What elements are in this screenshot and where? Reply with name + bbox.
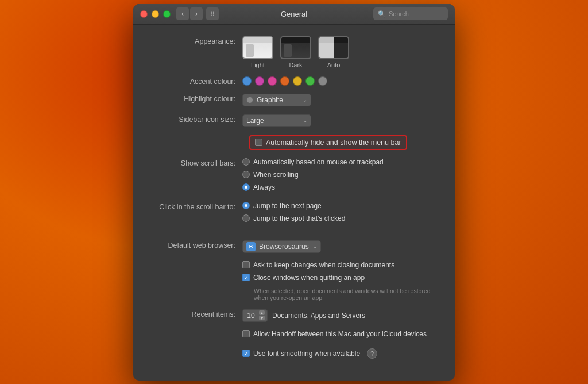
light-thumb xyxy=(242,36,273,59)
accent-red[interactable] xyxy=(268,76,277,86)
handoff-label: Allow Handoff between this Mac and your … xyxy=(253,330,427,338)
close-windows-label: Close windows when quitting an app xyxy=(253,274,365,282)
appearance-light[interactable]: Light xyxy=(242,36,273,68)
accent-green[interactable] xyxy=(305,76,315,86)
click-scroll-row: Click in the scroll bar to: Jump to the … xyxy=(150,202,438,225)
handoff-controls: Allow Handoff between this Mac and your … xyxy=(242,330,427,340)
keep-changes-label: Ask to keep changes when closing documen… xyxy=(253,261,394,269)
stepper-arrows: ▲ ▼ xyxy=(259,310,265,320)
stepper-down[interactable]: ▼ xyxy=(259,316,265,320)
window-title: General xyxy=(281,10,307,18)
close-windows-checkbox[interactable] xyxy=(242,274,250,281)
appearance-dark[interactable]: Dark xyxy=(280,36,311,68)
accent-pink[interactable] xyxy=(255,76,264,86)
accent-label: Accent colour: xyxy=(150,76,242,86)
browser-dropdown[interactable]: B Browserosaurus ⌄ xyxy=(242,240,321,253)
close-button[interactable] xyxy=(140,10,148,18)
highlight-dropdown[interactable]: Graphite ⌄ xyxy=(242,94,311,106)
recent-items-suffix: Documents, Apps and Servers xyxy=(272,312,365,320)
appearance-auto[interactable]: Auto xyxy=(318,36,349,68)
click-spot-label: Jump to the spot that's clicked xyxy=(253,214,345,222)
preferences-window: ‹ › ⠿ General 🔍 Search Appearance: Light xyxy=(133,4,455,381)
scroll-always-label: Always xyxy=(253,183,275,191)
close-windows-helper: When selected, open documents and window… xyxy=(242,287,431,301)
auto-thumb xyxy=(318,36,349,59)
font-smoothing-row: Use font smoothing when available ? xyxy=(150,348,438,361)
click-scroll-controls: Jump to the next page Jump to the spot t… xyxy=(242,202,345,225)
browser-value: Browserosaurus xyxy=(259,243,309,251)
accent-blue[interactable] xyxy=(242,76,252,86)
font-smoothing-label: Use font smoothing when available xyxy=(253,350,360,358)
minimize-button[interactable] xyxy=(152,10,159,18)
recent-items-stepper[interactable]: 10 ▲ ▼ xyxy=(242,309,268,322)
click-scroll-label: Click in the scroll bar to: xyxy=(150,202,242,211)
click-next-radio[interactable] xyxy=(242,202,250,209)
handoff-checkbox[interactable] xyxy=(242,330,250,337)
highlight-value: Graphite xyxy=(257,96,283,104)
misc-checkboxes-row: Ask to keep changes when closing documen… xyxy=(150,261,438,301)
stepper-up[interactable]: ▲ xyxy=(259,310,265,315)
font-smoothing-option[interactable]: Use font smoothing when available ? xyxy=(242,348,377,359)
scroll-auto-radio[interactable] xyxy=(242,158,250,166)
click-next-option[interactable]: Jump to the next page xyxy=(242,202,345,210)
recent-items-controls: 10 ▲ ▼ Documents, Apps and Servers xyxy=(242,309,438,322)
click-spot-radio[interactable] xyxy=(242,214,250,222)
browser-controls: B Browserosaurus ⌄ xyxy=(242,240,438,253)
menu-bar-checkbox[interactable] xyxy=(255,139,262,146)
help-button[interactable]: ? xyxy=(367,348,377,359)
divider-1 xyxy=(150,233,438,233)
sidebar-size-label: Sidebar icon size: xyxy=(150,114,242,124)
sidebar-size-value: Large xyxy=(246,117,264,125)
search-box[interactable]: 🔍 Search xyxy=(373,7,448,20)
font-smoothing-controls: Use font smoothing when available ? xyxy=(242,348,377,361)
back-button[interactable]: ‹ xyxy=(176,7,189,20)
keep-changes-checkbox[interactable] xyxy=(242,261,250,268)
misc-label xyxy=(150,261,242,262)
font-smoothing-label-empty xyxy=(150,348,242,350)
recent-items-value: 10 xyxy=(245,312,257,320)
accent-yellow[interactable] xyxy=(293,76,302,86)
font-smoothing-checkbox[interactable] xyxy=(242,350,250,357)
scroll-when-radio[interactable] xyxy=(242,171,250,178)
handoff-row: Allow Handoff between this Mac and your … xyxy=(150,330,438,340)
light-label: Light xyxy=(251,62,265,68)
maximize-button[interactable] xyxy=(163,10,171,18)
sidebar-size-dropdown[interactable]: Large ⌄ xyxy=(242,114,311,127)
auto-label: Auto xyxy=(327,62,341,68)
chevron-down-icon-3: ⌄ xyxy=(312,243,317,249)
scroll-always-radio[interactable] xyxy=(242,183,250,191)
scroll-auto-option[interactable]: Automatically based on mouse or trackpad xyxy=(242,158,384,166)
scroll-bars-row: Show scroll bars: Automatically based on… xyxy=(150,158,438,194)
dark-thumb xyxy=(280,36,311,59)
accent-orange[interactable] xyxy=(280,76,289,86)
misc-controls: Ask to keep changes when closing documen… xyxy=(242,261,431,301)
content-area: Appearance: Light Dark Auto xyxy=(133,25,455,381)
menu-bar-highlight-box: Automatically hide and show the menu bar xyxy=(249,135,407,150)
close-windows-option[interactable]: Close windows when quitting an app xyxy=(242,274,431,282)
menu-bar-label: Automatically hide and show the menu bar xyxy=(266,139,401,147)
accent-graphite[interactable] xyxy=(318,76,327,86)
handoff-option[interactable]: Allow Handoff between this Mac and your … xyxy=(242,330,427,338)
scroll-when-option[interactable]: When scrolling xyxy=(242,171,384,179)
click-spot-option[interactable]: Jump to the spot that's clicked xyxy=(242,214,345,222)
browser-label: Default web browser: xyxy=(150,240,242,249)
chevron-down-icon-2: ⌄ xyxy=(303,117,307,124)
highlight-label: Highlight colour: xyxy=(150,94,242,103)
accent-colors xyxy=(242,76,327,86)
recent-items-label: Recent items: xyxy=(150,309,242,318)
dark-label: Dark xyxy=(289,62,302,68)
browser-icon: B xyxy=(246,242,256,251)
scroll-always-option[interactable]: Always xyxy=(242,183,384,191)
search-icon: 🔍 xyxy=(378,10,386,18)
grid-button[interactable]: ⠿ xyxy=(206,7,219,20)
highlight-controls: Graphite ⌄ xyxy=(242,94,438,106)
search-placeholder: Search xyxy=(389,10,409,17)
forward-button[interactable]: › xyxy=(190,7,203,20)
keep-changes-option[interactable]: Ask to keep changes when closing documen… xyxy=(242,261,431,269)
handoff-label-empty xyxy=(150,330,242,331)
appearance-controls: Light Dark Auto xyxy=(242,36,438,68)
highlight-row: Highlight colour: Graphite ⌄ xyxy=(150,94,438,106)
recent-items-row: Recent items: 10 ▲ ▼ Documents, Apps and… xyxy=(150,309,438,322)
click-next-label: Jump to the next page xyxy=(253,202,322,210)
scroll-when-label: When scrolling xyxy=(253,171,299,179)
